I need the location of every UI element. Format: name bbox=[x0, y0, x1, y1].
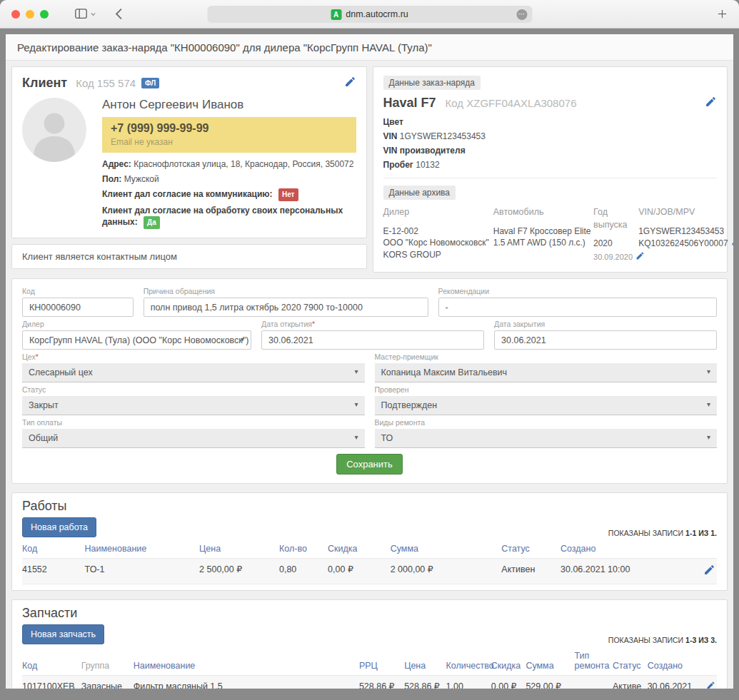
open-date-input[interactable] bbox=[261, 330, 484, 350]
parts-header-code[interactable]: Код bbox=[22, 646, 81, 676]
client-email-note: Email не указан bbox=[111, 137, 348, 147]
back-button[interactable] bbox=[115, 8, 123, 20]
works-header-price[interactable]: Цена bbox=[199, 539, 279, 559]
archive-vin-edit-button[interactable] bbox=[731, 237, 733, 250]
parts-section-title: Запчасти bbox=[22, 606, 717, 621]
part-name: Фильтр масляный 1.5 bbox=[134, 676, 359, 689]
new-part-button[interactable]: Новая запчасть bbox=[22, 624, 104, 644]
part-sum: 529,00 ₽ bbox=[526, 676, 574, 689]
parts-header-created[interactable]: Создано bbox=[648, 646, 700, 676]
client-card: Клиент Код 155 574 ФЛ Антон Сергеевич Ив… bbox=[11, 66, 367, 238]
master-select[interactable]: Копаница Максим Витальевич bbox=[375, 363, 718, 382]
dealer-field-label: Дилер bbox=[22, 320, 251, 328]
client-name: Антон Сергеевич Иванов bbox=[102, 98, 356, 112]
archive-car-line1: Haval F7 Кроссовер Elite bbox=[493, 225, 593, 238]
archive-car-line2: 1.5 AMT AWD (150 л.с.) bbox=[493, 237, 593, 249]
chevron-down-icon[interactable] bbox=[90, 11, 96, 17]
works-header-created[interactable]: Создано bbox=[560, 539, 689, 559]
works-header-sum[interactable]: Сумма bbox=[391, 539, 502, 559]
reason-input[interactable] bbox=[144, 298, 428, 317]
works-header-row: Код Наименование Цена Кол-во Скидка Сумм… bbox=[22, 539, 717, 559]
payment-type-field-label: Тип оплаты bbox=[22, 418, 365, 427]
mileage-value: 10132 bbox=[416, 160, 439, 170]
vin-value: 1GYSWER123453453 bbox=[400, 131, 486, 141]
parts-header-qty[interactable]: Количество bbox=[446, 646, 491, 676]
part-discount: 0,00 ₽ bbox=[491, 676, 526, 689]
works-card: Работы Новая работа ПОКАЗАНЫ ЗАПИСИ 1-1 … bbox=[11, 492, 728, 591]
archive-vin-column: VIN/JOB/MPV 1GYSWER123453453 KQ103262450… bbox=[638, 206, 717, 263]
pencil-icon bbox=[703, 564, 715, 576]
client-phone[interactable]: +7 (999) 999-99-99 bbox=[111, 122, 348, 135]
close-date-input[interactable] bbox=[494, 330, 717, 350]
client-edit-button[interactable] bbox=[344, 76, 356, 91]
works-header-qty[interactable]: Кол-во bbox=[279, 539, 328, 559]
required-asterisk: * bbox=[312, 320, 315, 328]
zoom-window-button[interactable] bbox=[40, 10, 49, 19]
parts-header-name[interactable]: Наименование bbox=[134, 646, 359, 676]
consent-communication-label: Клиент дал согласие на коммуникацию: bbox=[102, 189, 273, 199]
part-edit-button[interactable] bbox=[700, 676, 717, 689]
part-row: 1017100XEB02 Запасные части Фильтр масля… bbox=[22, 676, 717, 689]
repair-types-field-label: Виды ремонта bbox=[375, 418, 718, 427]
work-created: 30.06.2021 10:00 bbox=[560, 559, 689, 584]
code-input[interactable] bbox=[22, 298, 134, 317]
order-form-card: Код Причина обращения Рекомендации Дилер… bbox=[11, 278, 728, 484]
client-contact-note: Клиент является контактным лицом bbox=[11, 244, 367, 269]
repair-types-select[interactable]: ТО bbox=[375, 429, 718, 448]
minimize-window-button[interactable] bbox=[26, 10, 34, 19]
save-button[interactable]: Сохранить bbox=[336, 454, 403, 475]
new-tab-button[interactable] bbox=[717, 9, 728, 19]
page-title: Редактирование заказ-наряда "КН00006090"… bbox=[6, 34, 733, 61]
site-favicon: A bbox=[331, 9, 341, 20]
archive-year-date: 30.09.2020 bbox=[593, 252, 633, 263]
pencil-icon bbox=[705, 96, 717, 108]
parts-header-status[interactable]: Статус bbox=[613, 646, 648, 676]
part-code: 1017100XEB02 bbox=[22, 676, 81, 689]
works-header-status[interactable]: Статус bbox=[501, 539, 560, 559]
new-work-button[interactable]: Новая работа bbox=[22, 517, 96, 537]
dealer-select[interactable]: КорсГрупп HAVAL (Тула) (ООО "Корс Новомо… bbox=[22, 330, 251, 350]
car-title: Haval F7 bbox=[383, 96, 436, 111]
reason-field-label: Причина обращения bbox=[144, 287, 428, 295]
parts-table: Код Группа Наименование РРЦ Цена Количес… bbox=[22, 646, 717, 689]
works-table: Код Наименование Цена Кол-во Скидка Сумм… bbox=[22, 539, 717, 584]
parts-header-repair-type[interactable]: Тип ремонта bbox=[575, 646, 613, 676]
works-header-name[interactable]: Наименование bbox=[85, 539, 200, 559]
status-field-label: Статус bbox=[22, 385, 365, 394]
parts-header-group[interactable]: Группа bbox=[81, 646, 134, 676]
works-header-discount[interactable]: Скидка bbox=[328, 539, 391, 559]
work-edit-button[interactable] bbox=[689, 559, 717, 584]
verified-select[interactable]: Подтвержден bbox=[375, 396, 718, 415]
close-date-field-label: Дата закрытия bbox=[494, 320, 717, 328]
workshop-field-label: Цех* bbox=[22, 352, 365, 361]
archive-car-label: Автомобиль bbox=[493, 206, 593, 219]
status-select[interactable]: Закрыт bbox=[22, 396, 365, 415]
recommendations-field-label: Рекомендации bbox=[438, 287, 717, 295]
archive-dealer-line3: KORS GROUP bbox=[383, 249, 493, 261]
close-window-button[interactable] bbox=[11, 10, 20, 19]
vin-label: VIN bbox=[383, 131, 398, 141]
sidebar-icon[interactable] bbox=[74, 8, 88, 20]
parts-header-sum[interactable]: Сумма bbox=[526, 646, 574, 676]
work-row: 41552 ТО-1 2 500,00 ₽ 0,80 0,00 ₽ 2 000,… bbox=[22, 559, 717, 584]
recommendations-input[interactable] bbox=[438, 298, 717, 317]
parts-header-actions bbox=[700, 646, 717, 676]
consent-communication-badge: Нет bbox=[278, 188, 298, 201]
address-label: Адрес: bbox=[102, 159, 131, 169]
code-field-label: Код bbox=[22, 287, 134, 295]
works-header-code[interactable]: Код bbox=[22, 539, 85, 559]
archive-vin-line2: KQ1032624506Y00007 bbox=[638, 238, 728, 250]
parts-header-discount[interactable]: Скидка bbox=[491, 646, 526, 676]
workshop-select[interactable]: Слесарный цех bbox=[22, 363, 365, 382]
part-status: Активен bbox=[613, 676, 648, 689]
payment-type-select[interactable]: Общий bbox=[22, 429, 365, 448]
parts-header-price[interactable]: Цена bbox=[404, 646, 446, 676]
pencil-icon bbox=[344, 76, 356, 88]
more-options-icon[interactable]: ⋯ bbox=[516, 9, 527, 20]
parts-header-rrp[interactable]: РРЦ bbox=[359, 646, 404, 676]
address-bar[interactable]: A dnm.autocrm.ru ⋯ bbox=[207, 6, 532, 23]
part-qty: 1,00 bbox=[446, 676, 491, 689]
archive-data-chip: Данные архива bbox=[383, 186, 456, 200]
order-edit-button[interactable] bbox=[705, 96, 717, 111]
client-address-line: Адрес: Краснофлотская улица, 18, Краснод… bbox=[102, 158, 356, 170]
